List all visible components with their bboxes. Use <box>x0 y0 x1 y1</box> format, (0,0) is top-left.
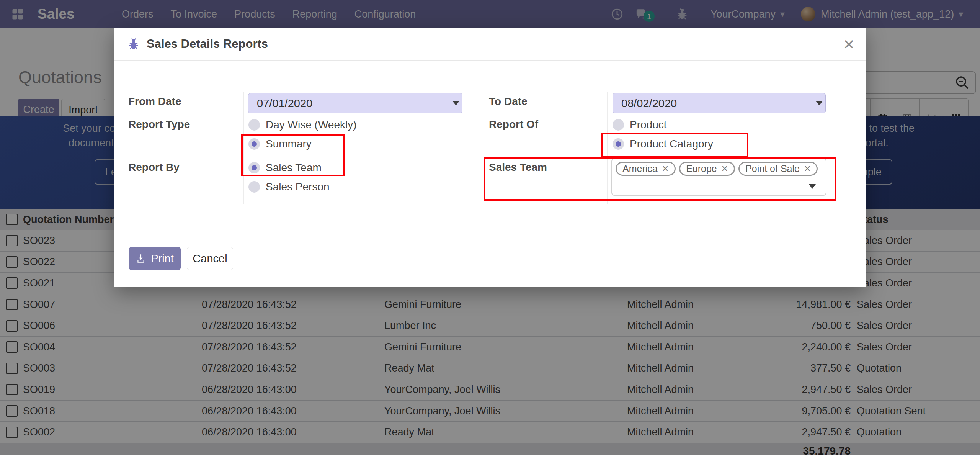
caret-down-icon[interactable] <box>816 101 823 105</box>
print-button[interactable]: Print <box>129 247 181 270</box>
radio-sales-person[interactable]: Sales Person <box>248 181 330 193</box>
dialog-header: Sales Details Reports ✕ <box>114 28 866 61</box>
from-date-label: From Date <box>128 95 181 108</box>
bug-icon <box>127 38 140 51</box>
to-date-label: To Date <box>489 95 528 108</box>
to-date-input[interactable]: 08/02/2020 <box>612 93 826 113</box>
radio-label: Sales Person <box>266 181 330 193</box>
download-icon <box>136 254 146 264</box>
cancel-button[interactable]: Cancel <box>187 247 233 270</box>
report-type-label: Report Type <box>128 118 190 131</box>
annotation-box-product-catagory <box>601 133 748 157</box>
radio-icon <box>248 119 260 131</box>
dialog-title: Sales Details Reports <box>147 37 268 51</box>
radio-label: Day Wise (Weekly) <box>266 119 357 131</box>
annotation-box-report-type <box>241 134 345 176</box>
close-icon[interactable]: ✕ <box>843 36 855 53</box>
radio-icon <box>612 119 624 131</box>
dialog-footer-divider <box>114 217 866 217</box>
from-date-input[interactable]: 07/01/2020 <box>248 93 462 113</box>
caret-down-icon[interactable] <box>452 101 459 105</box>
sales-details-reports-dialog: Sales Details Reports ✕ From Date 07/01/… <box>114 28 866 287</box>
radio-day-wise-weekly[interactable]: Day Wise (Weekly) <box>248 119 357 131</box>
annotation-box-sales-team <box>484 157 836 201</box>
radio-product[interactable]: Product <box>612 119 667 131</box>
report-by-label: Report By <box>128 161 180 173</box>
radio-label: Product <box>630 119 667 131</box>
report-of-label: Report Of <box>489 118 538 131</box>
print-label: Print <box>151 252 174 265</box>
radio-icon <box>248 181 260 193</box>
